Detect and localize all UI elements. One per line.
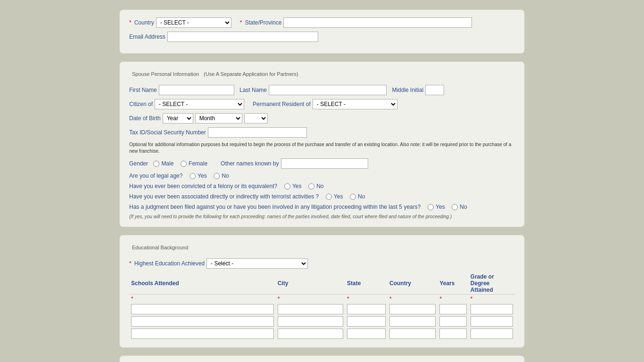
legal-age-no-radio[interactable]	[214, 173, 220, 179]
city-header: City	[276, 272, 345, 295]
terrorist-no-radio[interactable]	[350, 194, 356, 200]
litigation-no-radio[interactable]	[452, 204, 458, 210]
middle-initial-input[interactable]	[425, 85, 444, 95]
female-label: Female	[189, 160, 207, 167]
litigation-yes-radio[interactable]	[428, 204, 434, 210]
schools-input-3[interactable]	[131, 329, 274, 339]
years-cell-3	[438, 328, 468, 340]
edu-required-star: *	[129, 260, 132, 267]
state-header: State	[345, 272, 388, 295]
schools-input-1[interactable]	[131, 304, 274, 314]
country-input-2[interactable]	[389, 316, 436, 327]
email-row: Email Address	[129, 32, 515, 42]
city-cell-1	[276, 303, 345, 315]
country-cell-3	[388, 328, 438, 340]
highest-edu-row: * Highest Education Achieved - Select - …	[129, 258, 515, 269]
schools-star-cell: *	[129, 295, 276, 304]
address-section: * Country - SELECT - United States Canad…	[119, 9, 525, 54]
country-header: Country	[388, 272, 438, 295]
years-input-1[interactable]	[439, 304, 466, 314]
spouse-section: Spouse Personal Information (Use A Separ…	[119, 61, 525, 227]
state-input[interactable]	[283, 17, 472, 28]
last-name-input[interactable]	[269, 85, 387, 95]
dob-label: Date of Birth	[129, 115, 161, 122]
schools-star: *	[131, 296, 133, 302]
first-name-label: First Name	[129, 87, 157, 93]
terrorist-yes-group: Yes	[326, 193, 343, 200]
years-star: *	[439, 296, 442, 302]
years-header: Years	[438, 272, 468, 295]
permanent-resident-select[interactable]: - SELECT - United States Canada	[313, 99, 397, 109]
country-cell-2	[388, 315, 438, 328]
female-radio-group: Female	[181, 160, 207, 167]
country-select[interactable]: - SELECT - United States Canada Mexico	[156, 17, 231, 28]
city-input-1[interactable]	[278, 304, 343, 314]
grade-header: Grade or Degree Attained	[469, 272, 515, 295]
state-input-1[interactable]	[347, 304, 386, 314]
page-wrapper: * Country - SELECT - United States Canad…	[0, 0, 644, 362]
state-required-star: *	[240, 19, 242, 26]
grade-input-1[interactable]	[471, 304, 513, 314]
tax-row: Tax ID/Social Security Number	[129, 127, 515, 138]
dob-row: Date of Birth Year 2000 1990 1980 Month …	[129, 113, 515, 123]
felony-no-radio[interactable]	[308, 183, 314, 189]
litigation-row: Has a judgment been filed against you or…	[129, 204, 515, 210]
terrorist-row: Have you ever been associated directly o…	[129, 193, 515, 200]
gender-label: Gender	[129, 160, 148, 167]
name-row: First Name Last Name Middle Initial	[129, 85, 515, 95]
highest-edu-select[interactable]: - Select - High School Some College Asso…	[206, 258, 308, 269]
schools-cell-2	[129, 315, 276, 328]
terrorist-yes-label: Yes	[334, 193, 343, 200]
citizen-row: Citizen of - SELECT - United States Cana…	[129, 99, 515, 109]
grade-input-2[interactable]	[471, 316, 513, 327]
tax-input[interactable]	[208, 127, 307, 138]
grade-cell-2	[469, 315, 515, 328]
country-star-cell: *	[388, 295, 438, 304]
years-input-2[interactable]	[439, 316, 466, 327]
country-input-1[interactable]	[389, 304, 436, 314]
country-star: *	[389, 296, 392, 302]
other-names-input[interactable]	[281, 158, 368, 169]
city-input-2[interactable]	[278, 316, 343, 327]
permanent-resident-label: Permanent Resident of	[253, 101, 311, 107]
terrorist-yes-radio[interactable]	[326, 194, 332, 200]
grade-input-3[interactable]	[471, 329, 513, 339]
legal-age-yes-radio[interactable]	[190, 173, 196, 179]
legal-age-row: Are you of legal age? Yes No	[129, 173, 515, 179]
legal-no-group: No	[214, 173, 229, 179]
years-input-3[interactable]	[439, 329, 466, 339]
country-input-3[interactable]	[389, 329, 436, 339]
male-radio[interactable]	[153, 161, 159, 167]
email-input[interactable]	[167, 32, 318, 42]
day-select[interactable]	[244, 113, 268, 123]
female-radio[interactable]	[181, 161, 187, 167]
litigation-no-label: No	[460, 204, 467, 210]
felony-no-label: No	[316, 183, 323, 189]
city-cell-3	[276, 328, 345, 340]
litigation-yes-group: Yes	[428, 204, 445, 210]
city-input-3[interactable]	[278, 329, 343, 339]
legal-no-label: No	[222, 173, 229, 179]
city-star: *	[278, 296, 280, 302]
felony-no-group: No	[308, 183, 323, 189]
terrorist-no-label: No	[358, 193, 365, 200]
litigation-yes-label: Yes	[436, 204, 445, 210]
felony-yes-radio[interactable]	[284, 183, 290, 189]
years-star-cell: *	[438, 295, 468, 304]
table-row	[129, 303, 515, 315]
citizen-select[interactable]: - SELECT - United States Canada	[155, 99, 244, 109]
tax-label: Tax ID/Social Security Number	[129, 129, 206, 136]
first-name-input[interactable]	[159, 85, 234, 95]
schools-input-2[interactable]	[131, 316, 274, 327]
year-select[interactable]: Year 2000 1990 1980	[163, 113, 193, 123]
country-cell-1	[388, 303, 438, 315]
grade-cell-1	[469, 303, 515, 315]
schools-header: Schools Attended	[129, 272, 276, 295]
grade-cell-3	[469, 328, 515, 340]
spouse-title: Spouse Personal Information	[132, 71, 199, 77]
state-input-2[interactable]	[347, 316, 386, 327]
male-radio-group: Male	[153, 160, 173, 167]
state-input-3[interactable]	[347, 329, 386, 339]
spouse-subtitle: (Use A Separate Application for Partners…	[204, 71, 298, 77]
month-select[interactable]: Month January February March April May J…	[195, 113, 242, 123]
